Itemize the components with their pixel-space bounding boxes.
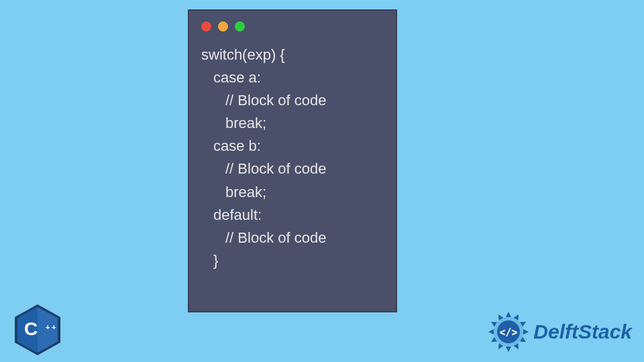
brand-name: DelftStack [533, 320, 632, 343]
code-line: default: [201, 204, 389, 227]
code-line: // Block of code [201, 89, 389, 112]
code-line: } [201, 249, 389, 272]
code-line: break; [201, 181, 389, 204]
code-line: case b: [201, 135, 389, 158]
code-line: switch(exp) { [201, 44, 389, 66]
brand-gear-icon: </> [488, 311, 529, 353]
code-window: switch(exp) { case a: // Block of code b… [188, 9, 397, 312]
svg-marker-9 [523, 329, 529, 335]
brand: </> DelftStack [488, 311, 632, 353]
code-line: // Block of code [201, 227, 389, 249]
svg-text:</>: </> [500, 326, 518, 339]
code-line: // Block of code [201, 158, 389, 180]
code-line: break; [201, 112, 389, 135]
svg-marker-15 [488, 329, 494, 335]
cpp-logo-icon: C + + [15, 304, 60, 355]
close-dot-icon [201, 21, 211, 32]
svg-text:C: C [24, 318, 38, 339]
svg-text:+: + [52, 323, 56, 331]
svg-text:+: + [46, 323, 50, 331]
code-line: case a: [201, 66, 389, 89]
svg-marker-6 [506, 312, 511, 317]
minimize-dot-icon [218, 21, 228, 32]
window-controls [189, 11, 396, 32]
maximize-dot-icon [235, 21, 245, 32]
svg-marker-12 [506, 347, 511, 352]
code-body: switch(exp) { case a: // Block of code b… [189, 32, 396, 279]
